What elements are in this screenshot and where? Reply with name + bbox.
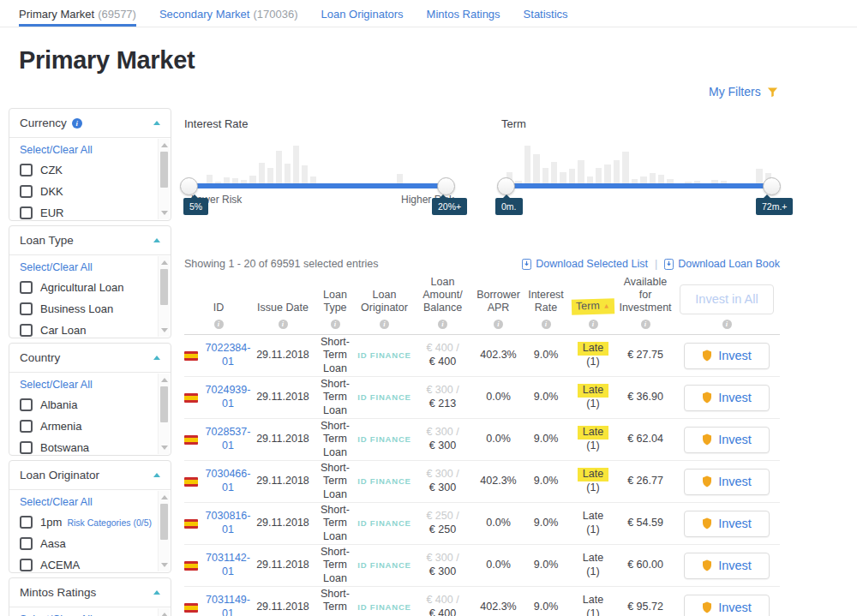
column-info-icon[interactable]: [589, 320, 598, 329]
column-info-icon[interactable]: [542, 320, 551, 329]
scroll-up-icon[interactable]: [161, 495, 168, 499]
invest-button[interactable]: Invest: [684, 469, 770, 495]
select-clear-all-link[interactable]: Select/Clear All: [20, 261, 152, 273]
interest-rate-min-handle[interactable]: [180, 177, 198, 195]
scroll-down-icon[interactable]: [161, 211, 168, 215]
column-header-interest-rate[interactable]: Interest Rate: [523, 276, 569, 329]
column-info-icon[interactable]: [331, 320, 340, 329]
checkbox[interactable]: [20, 537, 33, 550]
interest-rate-slider-track[interactable]: [189, 183, 446, 188]
checkbox[interactable]: [20, 164, 33, 176]
tab-loan-originators[interactable]: Loan Originators: [321, 0, 403, 27]
term-slider-track[interactable]: [506, 183, 772, 188]
tab-primary-market[interactable]: Primary Market(69577): [19, 0, 136, 27]
loan-id-link[interactable]: 7030466-01: [203, 468, 253, 494]
invest-button[interactable]: Invest: [684, 595, 770, 616]
invest-button[interactable]: Invest: [684, 343, 770, 369]
available-for-investment-cell: € 60.00: [617, 559, 674, 572]
scroll-up-icon[interactable]: [161, 378, 168, 382]
term-detail: (1): [569, 398, 617, 411]
download-loan-book-link[interactable]: Download Loan Book: [664, 258, 780, 270]
filter-panel-mintos-ratings: Mintos RatingsSelect/Clear All: [9, 577, 171, 616]
filter-panel-header[interactable]: Mintos Ratings: [9, 578, 171, 607]
filter-option-label: Agricultural Loan: [40, 281, 124, 294]
column-header-available-for-investment[interactable]: Available for Investment: [617, 276, 674, 329]
table-row: 7031142-0129.11.2018Short-Term LoanID FI…: [184, 545, 780, 587]
collapse-caret-icon[interactable]: [153, 356, 160, 360]
checkbox[interactable]: [20, 420, 33, 433]
term-min-handle[interactable]: [497, 177, 515, 195]
tab-mintos-ratings[interactable]: Mintos Ratings: [427, 0, 500, 27]
loan-id-link[interactable]: 7030816-01: [203, 510, 253, 536]
collapse-caret-icon[interactable]: [153, 121, 160, 125]
scrollbar-thumb[interactable]: [160, 152, 168, 188]
filter-panel-header[interactable]: Currency: [9, 109, 171, 138]
select-clear-all-link[interactable]: Select/Clear All: [20, 379, 152, 391]
column-info-icon[interactable]: [722, 320, 732, 329]
risk-categories-link[interactable]: Risk Categories (0/5): [67, 517, 152, 528]
invest-button[interactable]: Invest: [684, 553, 770, 579]
column-header-term[interactable]: Term▲: [569, 276, 617, 329]
collapse-caret-icon[interactable]: [153, 590, 160, 595]
invest-button[interactable]: Invest: [684, 511, 770, 537]
scrollbar[interactable]: [158, 374, 170, 454]
checkbox[interactable]: [20, 559, 33, 571]
my-filters-link[interactable]: My Filters: [709, 85, 779, 99]
invest-button[interactable]: Invest: [684, 385, 770, 411]
column-header-id[interactable]: ID: [184, 276, 253, 329]
invest-in-all-button[interactable]: Invest in All: [680, 284, 774, 314]
loan-type-cell: Short-Term Loan: [313, 546, 357, 586]
checkbox[interactable]: [20, 185, 33, 198]
checkbox[interactable]: [20, 516, 33, 529]
select-clear-all-link[interactable]: Select/Clear All: [20, 144, 152, 156]
scroll-up-icon[interactable]: [161, 260, 168, 265]
loan-id-link[interactable]: 7031149-01: [203, 594, 253, 616]
column-info-icon[interactable]: [438, 320, 447, 329]
checkbox[interactable]: [20, 398, 33, 411]
checkbox[interactable]: [20, 281, 33, 294]
loan-id-link[interactable]: 7022384-01: [203, 342, 253, 368]
select-clear-all-link[interactable]: Select/Clear All: [20, 496, 152, 508]
column-header-loan-type[interactable]: Loan Type: [313, 276, 357, 329]
filter-panel-header[interactable]: Country: [9, 344, 171, 373]
column-info-icon[interactable]: [214, 320, 224, 329]
scrollbar-thumb[interactable]: [160, 386, 168, 422]
scroll-up-icon[interactable]: [161, 613, 168, 616]
scrollbar[interactable]: [158, 491, 170, 571]
scroll-down-icon[interactable]: [161, 328, 168, 332]
column-info-icon[interactable]: [380, 320, 389, 329]
tab-secondary-market[interactable]: Secondary Market(170036): [159, 0, 298, 27]
column-header-borrower-apr[interactable]: Borrower APR: [474, 276, 523, 329]
scrollbar[interactable]: [158, 139, 170, 219]
column-header-issue-date[interactable]: Issue Date: [253, 276, 313, 329]
checkbox[interactable]: [20, 441, 33, 454]
loan-id-link[interactable]: 7031142-01: [203, 552, 253, 578]
tab-statistics[interactable]: Statistics: [524, 0, 568, 27]
checkbox[interactable]: [20, 302, 33, 315]
checkbox[interactable]: [20, 206, 33, 219]
scroll-up-icon[interactable]: [161, 143, 168, 147]
download-selected-list-link[interactable]: Download Selected List: [522, 258, 648, 270]
collapse-caret-icon[interactable]: [153, 238, 160, 242]
column-header-loan-originator[interactable]: Loan Originator: [357, 276, 411, 329]
term-max-handle[interactable]: [763, 177, 781, 195]
invest-button[interactable]: Invest: [684, 427, 770, 453]
column-info-icon[interactable]: [641, 320, 650, 329]
loan-id-link[interactable]: 7028537-01: [203, 426, 253, 452]
filter-option: 1pmRisk Categories (0/5): [20, 516, 152, 529]
scrollbar[interactable]: [158, 256, 170, 337]
scrollbar[interactable]: [158, 608, 170, 616]
scroll-down-icon[interactable]: [161, 446, 168, 450]
checkbox[interactable]: [20, 324, 33, 337]
interest-rate-max-handle[interactable]: [437, 177, 455, 195]
loan-id-link[interactable]: 7024939-01: [203, 384, 253, 410]
column-info-icon[interactable]: [279, 320, 288, 329]
scroll-down-icon[interactable]: [161, 563, 168, 567]
column-info-icon[interactable]: [494, 320, 503, 329]
collapse-caret-icon[interactable]: [153, 473, 160, 477]
column-header-loan-amount-balance[interactable]: Loan Amount/ Balance: [411, 276, 474, 329]
scrollbar-thumb[interactable]: [160, 269, 168, 305]
filter-panel-header[interactable]: Loan Type: [9, 226, 171, 255]
scrollbar-thumb[interactable]: [160, 504, 168, 540]
filter-panel-header[interactable]: Loan Originator: [9, 461, 171, 490]
